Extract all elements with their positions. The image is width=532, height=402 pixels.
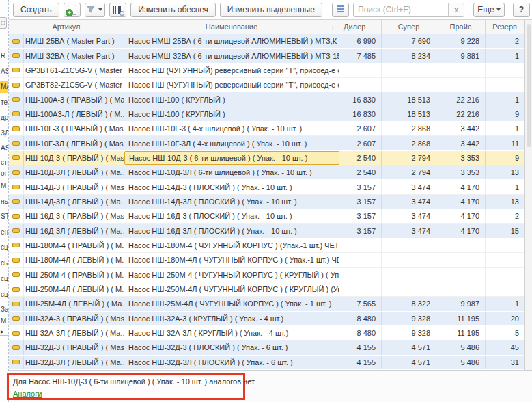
super-cell[interactable]: 18 513 [382,92,436,106]
price-cell[interactable]: 22 216 [436,92,486,106]
reserve-cell[interactable] [486,78,524,92]
dealer-cell[interactable]: 4 155 [339,356,382,369]
vertical-scrollbar[interactable] [524,20,532,370]
article-cell[interactable]: НШ-32Д-3Л ( ЛЕВЫЙ ) ( Ма... [24,356,124,369]
super-cell[interactable]: 2 794 [382,151,436,165]
item-marker-cell[interactable] [9,356,24,369]
name-cell[interactable]: Насос НШ (ЧУГУННЫЙ) реверсивный серии "Т… [124,64,339,77]
super-cell[interactable]: 7 690 [382,34,436,48]
super-cell[interactable]: 8 322 [382,297,436,310]
price-cell[interactable]: 4 170 [436,180,486,193]
name-cell[interactable]: Насос НМШ-25ВА ( 6-ти шлицевой АЛЮМИНЕВЫ… [124,34,339,48]
dealer-cell[interactable]: 2 540 [339,165,382,179]
reserve-cell[interactable]: 45 [486,340,524,354]
dealer-cell[interactable]: 6 990 [339,34,382,48]
name-cell[interactable]: Насос НШ (ЧУГУННЫЙ) реверсивный серии "Т… [124,78,339,92]
name-cell[interactable]: Насос НШ-32А-3 ( КРУГЛЫЙ ) ( Упак. - 4 ш… [124,312,339,325]
reserve-cell[interactable]: 1 [486,49,524,62]
article-cell[interactable]: НШ-32Д-3 ( ПРАВЫЙ ) ( Mas... [24,340,124,354]
left-panel-item-fragment[interactable]: АS [1,142,9,155]
price-cell[interactable]: 9 228 [436,34,486,48]
help-button[interactable]: ? [513,3,530,17]
article-cell[interactable]: НШ-16Д-3 ( ПРАВЫЙ ) ( Mas... [24,209,124,223]
article-cell[interactable]: НШ-250М-4 ( ПРАВЫЙ ) ( М... [24,268,124,282]
current-cell[interactable]: Насос НШ-10Д-3 ( 6-ти шлицевой ) ( Упак.… [124,151,339,165]
name-cell[interactable]: Насос НШ-14Д-3Л ( ПЛОСКИЙ ) ( Упак. - 10… [124,195,339,209]
item-marker-cell[interactable] [9,195,24,209]
reserve-cell[interactable] [486,64,524,77]
price-cell[interactable]: 3 442 [436,136,486,150]
name-cell[interactable]: Насос НШ-100 ( КРУГЛЫЙ ) [124,92,339,106]
price-cell[interactable] [436,253,486,267]
dealer-cell[interactable]: 7 485 [339,49,382,62]
left-panel-item-fragment[interactable]: ЗД [1,127,9,139]
reserve-cell[interactable]: 15 [486,224,524,237]
item-marker-cell[interactable] [9,122,24,135]
column-header-article[interactable]: Артикул [9,20,124,34]
super-cell[interactable]: 2 794 [382,165,436,179]
item-marker-cell[interactable] [9,312,24,325]
price-cell[interactable] [436,78,486,92]
article-cell[interactable]: GP3BT61-Z1C5G-V ( Master ... [24,64,124,77]
table-row[interactable]: НШ-180М-4Л ( ЛЕВЫЙ ) ( М...Насос НШ-180М… [9,253,524,267]
article-cell[interactable]: НШ-10Г-3 ( ПРАВЫЙ ) ( Mas... [24,122,124,135]
price-cell[interactable]: 11 195 [436,312,486,325]
dealer-cell[interactable]: 3 157 [339,180,382,193]
article-cell[interactable]: НШ-14Д-3Л ( ЛЕВЫЙ ) ( Ма... [24,195,124,209]
column-header-dealer[interactable]: Дилер [339,20,382,34]
price-cell[interactable]: 3 353 [436,151,486,165]
reserve-cell[interactable]: 13 [486,165,524,179]
left-panel-item-fragment[interactable]: ог [1,168,7,180]
name-cell[interactable]: Насос НШ-14Д-3 ( ПЛОСКИЙ ) ( Упак. - 10 … [124,180,339,193]
dealer-cell[interactable]: 3 157 [339,224,382,237]
clear-search-button[interactable]: x [448,3,464,16]
reserve-cell[interactable] [486,282,524,296]
super-cell[interactable]: 2 868 [382,122,436,135]
super-cell[interactable] [382,268,436,282]
name-cell[interactable]: Насос НШ-16Д-3 ( ПЛОСКИЙ ) ( Упак. - 10 … [124,209,339,223]
table-row[interactable]: НШ-10Г-3 ( ПРАВЫЙ ) ( Mas...Насос НШ-10Г… [9,122,524,136]
super-cell[interactable]: 4 571 [382,356,436,369]
dealer-cell[interactable] [339,239,382,252]
super-cell[interactable]: 4 571 [382,340,436,354]
reserve-cell[interactable]: 1 [486,180,524,193]
item-marker-cell[interactable] [9,180,24,193]
left-panel-item-fragment[interactable]: сц [1,273,8,285]
dealer-cell[interactable] [339,253,382,267]
article-cell[interactable]: НШ-32А-3 ( ПРАВЫЙ ) ( Mas... [24,312,124,325]
article-cell[interactable]: НШ-14Д-3 ( ПРАВЫЙ ) ( Mas... [24,180,124,193]
dealer-cell[interactable]: 8 480 [339,326,382,340]
filter-button[interactable] [85,3,105,17]
name-cell[interactable]: Насос НШ-10Г-3Л ( 4-х шлицевой ) ( Упак.… [124,136,339,150]
table-row[interactable]: НШ-10Д-3Л ( ЛЕВЫЙ ) ( Ма...Насос НШ-10Д-… [9,165,524,180]
table-row[interactable]: НШ-100А-3 ( ПРАВЫЙ ) ( Ма...Насос НШ-100… [9,92,524,107]
table-row[interactable]: GP3BT82-Z1C5G-V ( Master ...Насос НШ (ЧУ… [9,78,524,92]
table-row[interactable]: НШ-10Г-3Л ( ЛЕВЫЙ ) ( Mas...Насос НШ-10Г… [9,136,524,150]
item-marker-cell[interactable] [9,239,24,252]
item-marker-cell[interactable] [9,165,24,179]
reserve-cell[interactable]: 1 [486,92,524,106]
dealer-cell[interactable]: 16 830 [339,107,382,121]
reserve-cell[interactable]: 9 [486,107,524,121]
item-marker-cell[interactable] [9,64,24,77]
reserve-cell[interactable]: 31 [486,356,524,369]
left-panel-item-fragment[interactable]: За [1,304,9,316]
price-cell[interactable]: 5 486 [436,356,486,369]
price-cell[interactable] [436,239,486,252]
reserve-cell[interactable]: 11 [486,136,524,150]
article-cell[interactable]: НШ-180М-4Л ( ЛЕВЫЙ ) ( М... [24,253,124,267]
item-marker-cell[interactable] [9,326,24,340]
price-cell[interactable] [436,268,486,282]
name-cell[interactable]: Насос НШ-32Д-3 ( ПЛОСКИЙ ) ( Упак. - 6 ш… [124,340,339,354]
reserve-cell[interactable]: 13 [486,195,524,209]
left-panel-item-fragment[interactable]: др [1,111,8,124]
item-marker-cell[interactable] [9,136,24,150]
item-marker-cell[interactable] [9,297,24,310]
dealer-cell[interactable] [339,268,382,282]
table-row[interactable]: НШ-32А-3 ( ПРАВЫЙ ) ( Mas...Насос НШ-32А… [9,312,524,326]
price-cell[interactable]: 3 353 [436,165,486,179]
reserve-cell[interactable]: 2 [486,209,524,223]
create-button[interactable]: Создать [13,3,59,17]
article-cell[interactable]: НШ-25М-4Л ( ЛЕВЫЙ ) ( Ма... [24,297,124,310]
item-marker-cell[interactable] [9,253,24,267]
